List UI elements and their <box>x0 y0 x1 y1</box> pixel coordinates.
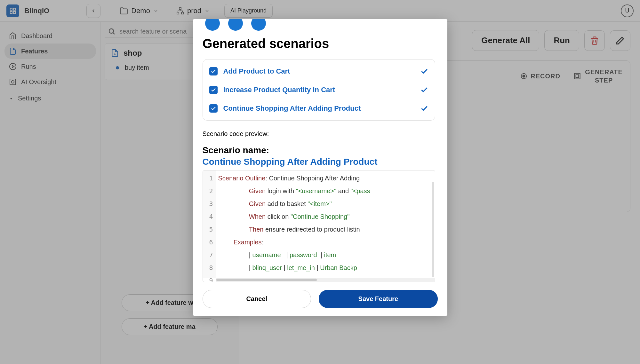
step-dot <box>228 19 243 31</box>
selected-scenario-name: Continue Shopping After Adding Product <box>203 157 435 167</box>
cancel-button[interactable]: Cancel <box>203 290 311 308</box>
modal-overlay: Generated scenarios Add Product to Cart … <box>0 0 640 364</box>
generated-scenario-item[interactable]: Increase Product Quantity in Cart <box>206 81 432 99</box>
check-icon <box>420 67 428 75</box>
scenario-checkbox[interactable] <box>209 67 218 75</box>
code-body: Scenario Outline: Continue Shopping Afte… <box>216 170 435 278</box>
save-feature-button[interactable]: Save Feature <box>319 290 437 308</box>
check-icon <box>420 86 428 94</box>
code-editor[interactable]: 123456789 Scenario Outline: Continue Sho… <box>203 170 435 282</box>
generated-scenario-list: Add Product to Cart Increase Product Qua… <box>203 59 435 121</box>
generated-scenarios-modal: Generated scenarios Add Product to Cart … <box>193 19 447 316</box>
generated-scenario-item[interactable]: Continue Shopping After Adding Product <box>206 99 432 118</box>
modal-footer: Cancel Save Feature <box>193 285 447 316</box>
code-horizontal-scrollbar[interactable] <box>216 278 435 282</box>
scenario-label: Increase Product Quantity in Cart <box>223 86 414 94</box>
generated-scenario-item[interactable]: Add Product to Cart <box>206 62 432 81</box>
step-dot <box>251 19 266 31</box>
scenario-label: Continue Shopping After Adding Product <box>223 104 414 113</box>
scenario-name-heading: Scenario name: <box>203 145 435 155</box>
scenario-checkbox[interactable] <box>209 104 218 113</box>
code-preview-label: Scenario code preview: <box>203 130 435 138</box>
scenario-checkbox[interactable] <box>209 86 218 94</box>
code-vertical-scrollbar[interactable] <box>432 182 434 277</box>
step-dot <box>205 19 220 31</box>
code-gutter: 123456789 <box>203 170 216 278</box>
modal-step-indicator <box>205 19 435 31</box>
check-icon <box>420 104 428 113</box>
modal-title: Generated scenarios <box>203 36 435 51</box>
scenario-label: Add Product to Cart <box>223 67 414 75</box>
